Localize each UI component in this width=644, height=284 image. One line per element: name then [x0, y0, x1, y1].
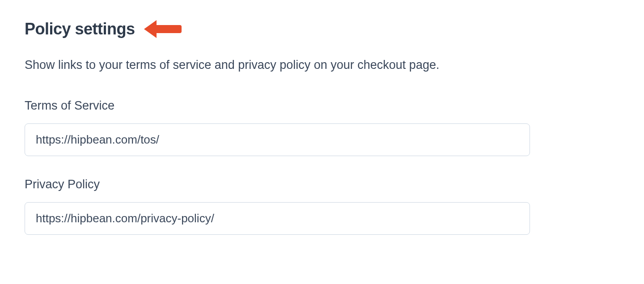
privacy-field-group: Privacy Policy [25, 178, 619, 235]
page-title: Policy settings [25, 20, 135, 38]
svg-marker-0 [144, 20, 157, 38]
tos-label: Terms of Service [25, 99, 619, 113]
tos-input[interactable] [25, 123, 530, 156]
header-row: Policy settings [25, 18, 619, 40]
svg-rect-1 [155, 25, 182, 33]
privacy-input[interactable] [25, 202, 530, 235]
privacy-label: Privacy Policy [25, 178, 619, 191]
arrow-left-icon [144, 18, 184, 40]
tos-field-group: Terms of Service [25, 99, 619, 156]
page-description: Show links to your terms of service and … [25, 58, 619, 72]
